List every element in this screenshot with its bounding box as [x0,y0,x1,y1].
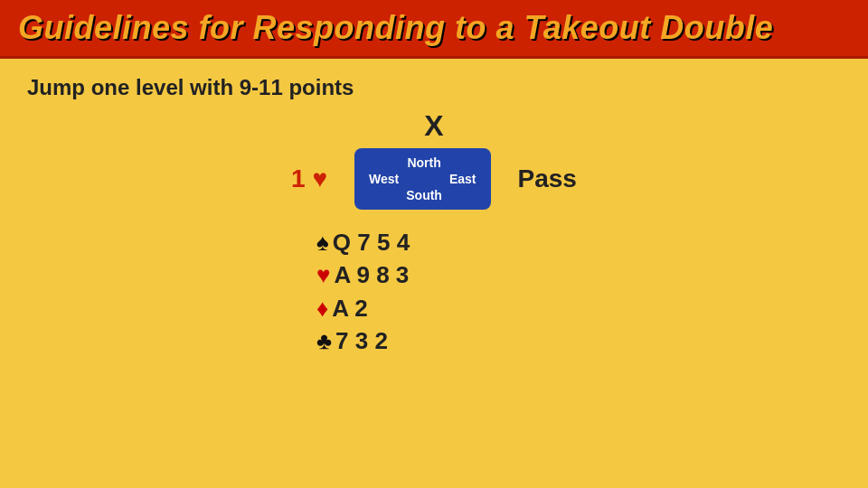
spade-suit-icon: ♠ [316,226,329,258]
hand-diamonds: ♦ A 2 [316,292,368,324]
page-title: Guidelines for Responding to a Takeout D… [18,9,773,46]
compass-east: East [449,172,476,186]
content-area: Jump one level with 9-11 points X 1 ♥ No… [0,59,868,488]
subtitle: Jump one level with 9-11 points [27,75,841,100]
heart-cards: A 9 8 3 [334,258,409,291]
compass-row: 1 ♥ North West East South Pass [291,148,577,210]
diamond-suit-icon: ♦ [316,292,328,324]
pass-label: Pass [518,164,577,193]
page-wrapper: Guidelines for Responding to a Takeout D… [0,0,868,488]
hand-clubs: ♣ 7 3 2 [316,324,388,357]
compass-south: South [406,188,442,202]
bid-label: 1 ♥ [291,164,327,193]
compass-north: North [406,155,442,170]
spade-cards: Q 7 5 4 [333,226,410,258]
compass-west: West [369,172,399,186]
bid-heart-symbol: ♥ [312,164,327,192]
club-suit-icon: ♣ [316,324,332,357]
diamond-cards: A 2 [332,292,368,324]
hand-spades: ♠ Q 7 5 4 [316,226,410,258]
club-cards: 7 3 2 [335,324,388,357]
bid-section: X 1 ♥ North West East South Pass [27,109,841,222]
hand-hearts: ♥ A 9 8 3 [316,258,409,291]
hand-section: ♠ Q 7 5 4 ♥ A 9 8 3 ♦ A 2 ♣ 7 3 2 [316,226,841,358]
compass-box: North West East South [354,148,490,210]
heart-suit-icon: ♥ [316,258,330,291]
title-bar: Guidelines for Responding to a Takeout D… [0,0,868,59]
x-label: X [424,109,443,143]
